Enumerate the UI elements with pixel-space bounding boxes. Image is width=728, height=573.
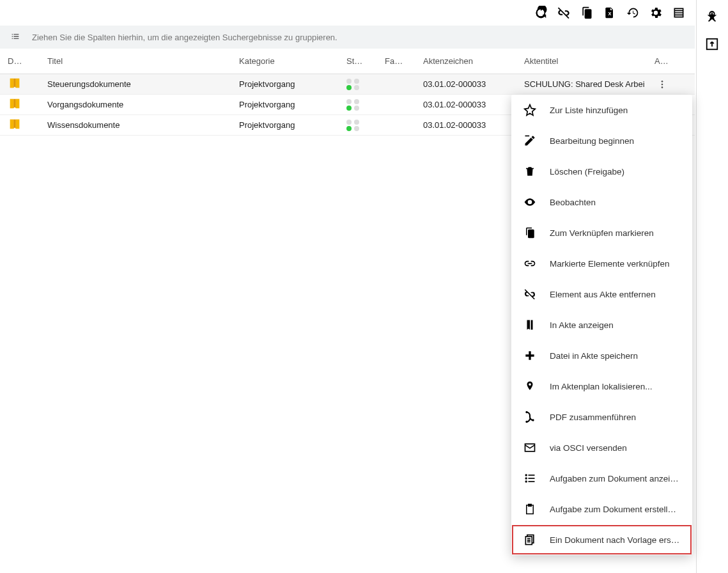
grouping-icon bbox=[10, 31, 20, 43]
toolbar: X bbox=[0, 0, 695, 26]
menu-create-task[interactable]: Aufgabe zum Dokument erstell… bbox=[511, 494, 692, 524]
history-icon bbox=[626, 6, 639, 19]
menu-remove-from-file[interactable]: Element aus Akte entfernen bbox=[511, 279, 692, 310]
link-icon bbox=[523, 256, 537, 271]
svg-point-2 bbox=[662, 83, 663, 85]
clipboard-task-icon bbox=[523, 502, 537, 516]
menu-label: Element aus Akte entfernen bbox=[550, 290, 656, 299]
file-x-button[interactable]: X bbox=[600, 3, 619, 22]
menu-edit-start[interactable]: Bearbeitung beginnen bbox=[511, 125, 692, 156]
folder-icon bbox=[8, 76, 22, 90]
list-icon bbox=[672, 6, 685, 19]
menu-show-tasks[interactable]: Aufgaben zum Dokument anzei… bbox=[511, 463, 692, 494]
cell-kategorie: Projektvorgang bbox=[239, 79, 346, 89]
menu-label: Ein Dokument nach Vorlage ers… bbox=[550, 535, 679, 545]
svg-point-7 bbox=[532, 419, 534, 421]
menu-label: Datei in Akte speichern bbox=[550, 351, 638, 361]
menu-locate[interactable]: Im Aktenplan lokalisieren... bbox=[511, 371, 692, 402]
menu-delete[interactable]: Löschen (Freigabe) bbox=[511, 156, 692, 187]
gear-icon bbox=[649, 6, 663, 20]
file-x-icon: X bbox=[603, 6, 616, 19]
col-header-titel[interactable]: Titel bbox=[38, 56, 239, 66]
task-list-icon bbox=[523, 471, 537, 485]
eye-icon bbox=[523, 195, 537, 209]
folder-icon bbox=[8, 117, 22, 131]
clipboard-button[interactable] bbox=[577, 3, 596, 22]
clipboard-icon bbox=[523, 226, 537, 240]
col-header-fa[interactable]: Fa… bbox=[385, 56, 423, 66]
cell-aktenzeichen: 03.01.02-000033 bbox=[423, 100, 522, 109]
rail-upload-button[interactable] bbox=[697, 31, 727, 58]
menu-save-file[interactable]: Datei in Akte speichern bbox=[511, 340, 692, 371]
plus-icon bbox=[523, 349, 537, 363]
cell-aktentitel: SCHULUNG: Shared Desk Arbei bbox=[522, 79, 649, 89]
svg-text:X: X bbox=[608, 11, 611, 17]
menu-show-in-file[interactable]: In Akte anzeigen bbox=[511, 310, 692, 340]
grouping-hint-text: Ziehen Sie die Spalten hierhin, um die a… bbox=[32, 33, 337, 42]
col-header-aktenzeichen[interactable]: Aktenzeichen bbox=[423, 56, 522, 66]
rail-pdf-button[interactable] bbox=[697, 4, 727, 31]
menu-label: In Akte anzeigen bbox=[550, 320, 614, 330]
refresh-icon bbox=[534, 6, 548, 20]
menu-label: PDF zusammenführen bbox=[550, 412, 636, 422]
star-icon bbox=[523, 103, 537, 117]
menu-label: Beobachten bbox=[550, 198, 596, 207]
col-header-d[interactable]: D… bbox=[0, 56, 38, 66]
menu-label: Aufgaben zum Dokument anzei… bbox=[550, 474, 679, 483]
settings-button[interactable] bbox=[646, 3, 665, 22]
menu-add-to-list[interactable]: Zur Liste hinzufügen bbox=[511, 95, 692, 125]
col-header-kategorie[interactable]: Kategorie bbox=[239, 56, 346, 66]
history-button[interactable] bbox=[623, 3, 642, 22]
pin-icon bbox=[523, 379, 537, 393]
menu-label: Bearbeitung beginnen bbox=[550, 136, 634, 146]
cell-kategorie: Projektvorgang bbox=[239, 100, 346, 109]
cell-aktenzeichen: 03.01.02-000033 bbox=[423, 79, 522, 89]
svg-point-9 bbox=[525, 474, 527, 476]
edit-icon bbox=[523, 134, 537, 148]
template-icon bbox=[523, 533, 537, 547]
table-row[interactable]: Steuerungsdokumente Projektvorgang 03.01… bbox=[0, 74, 695, 95]
mail-icon bbox=[523, 441, 537, 455]
menu-label: Zum Verknüpfen markieren bbox=[550, 228, 654, 238]
menu-label: via OSCI versenden bbox=[550, 443, 627, 453]
col-header-aktentitel[interactable]: Aktentitel bbox=[522, 56, 649, 66]
svg-point-5 bbox=[525, 411, 527, 413]
menu-watch[interactable]: Beobachten bbox=[511, 187, 692, 217]
cell-titel: Vorgangsdokumente bbox=[38, 100, 239, 109]
svg-point-1 bbox=[662, 81, 663, 82]
col-header-st[interactable]: St… bbox=[346, 56, 385, 66]
menu-merge-pdf[interactable]: PDF zusammenführen bbox=[511, 402, 692, 432]
grouping-bar[interactable]: Ziehen Sie die Spalten hierhin, um die a… bbox=[0, 26, 695, 49]
cell-kategorie: Projektvorgang bbox=[239, 120, 346, 130]
list-button[interactable] bbox=[669, 3, 688, 22]
refresh-button[interactable] bbox=[531, 3, 550, 22]
col-header-a[interactable]: A… bbox=[649, 56, 683, 66]
svg-rect-13 bbox=[529, 478, 535, 479]
pdf-icon bbox=[705, 10, 719, 24]
menu-mark-link[interactable]: Zum Verknüpfen markieren bbox=[511, 217, 692, 248]
row-actions-button[interactable] bbox=[654, 77, 670, 92]
menu-create-from-template[interactable]: Ein Dokument nach Vorlage ers… bbox=[511, 524, 692, 555]
menu-label: Markierte Elemente verknüpfen bbox=[550, 259, 670, 269]
status-indicator bbox=[346, 99, 385, 111]
menu-label: Aufgabe zum Dokument erstell… bbox=[550, 505, 676, 514]
menu-link-marked[interactable]: Markierte Elemente verknüpfen bbox=[511, 248, 692, 279]
svg-rect-12 bbox=[529, 475, 535, 476]
status-indicator bbox=[346, 120, 385, 131]
right-rail bbox=[696, 0, 728, 573]
kebab-icon bbox=[657, 79, 667, 90]
book-icon bbox=[523, 318, 537, 332]
upload-icon bbox=[705, 37, 719, 51]
trash-icon bbox=[523, 164, 537, 178]
cell-titel: Wissensdokumente bbox=[38, 120, 239, 130]
svg-rect-14 bbox=[529, 481, 535, 482]
merge-icon bbox=[523, 410, 537, 424]
svg-point-6 bbox=[525, 421, 527, 423]
menu-label: Löschen (Freigabe) bbox=[550, 167, 624, 177]
svg-point-10 bbox=[525, 477, 527, 479]
svg-point-11 bbox=[525, 480, 527, 482]
cell-aktenzeichen: 03.01.02-000033 bbox=[423, 120, 522, 130]
menu-send-osci[interactable]: via OSCI versenden bbox=[511, 432, 692, 463]
unlink-button[interactable] bbox=[554, 3, 573, 22]
context-menu: Zur Liste hinzufügen Bearbeitung beginne… bbox=[511, 95, 692, 555]
